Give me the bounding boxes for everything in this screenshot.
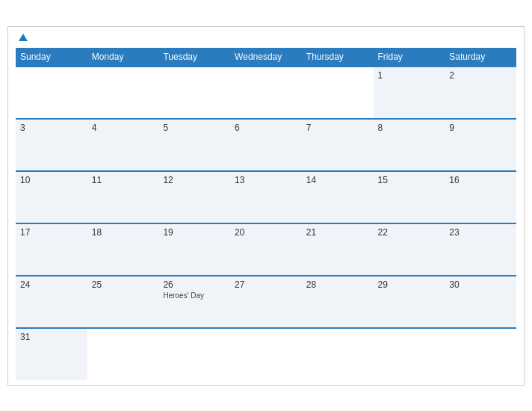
- day-cell: 13: [230, 171, 302, 223]
- day-cell: [87, 67, 159, 119]
- calendar-container: SundayMondayTuesdayWednesdayThursdayFrid…: [7, 26, 525, 386]
- day-cell: [230, 67, 302, 119]
- day-cell: [230, 328, 302, 380]
- day-cell: 25: [87, 276, 159, 328]
- day-number: 11: [92, 175, 155, 185]
- day-cell: 23: [445, 223, 516, 276]
- weekday-header-saturday: Saturday: [445, 48, 516, 67]
- weekday-header-monday: Monday: [87, 48, 159, 67]
- day-cell: [302, 67, 374, 119]
- logo-triangle-icon: [19, 34, 28, 41]
- day-cell: 1: [374, 67, 445, 119]
- day-number: 18: [92, 227, 155, 238]
- day-number: 14: [306, 175, 369, 185]
- day-cell: 29: [374, 276, 445, 328]
- day-number: 13: [235, 175, 297, 185]
- calendar-table: SundayMondayTuesdayWednesdayThursdayFrid…: [16, 48, 516, 380]
- weekday-header-tuesday: Tuesday: [158, 48, 230, 67]
- day-number: 31: [20, 332, 83, 342]
- day-cell: [374, 328, 445, 380]
- day-cell: 30: [445, 276, 516, 328]
- day-number: 9: [449, 123, 512, 133]
- day-number: 3: [20, 123, 83, 133]
- day-cell: 11: [87, 171, 159, 223]
- day-number: 1: [378, 70, 441, 81]
- day-cell: 27: [230, 276, 302, 328]
- day-cell: 28: [302, 276, 374, 328]
- day-cell: 15: [374, 171, 445, 223]
- day-number: 28: [306, 279, 369, 290]
- day-cell: 22: [374, 223, 445, 276]
- day-cell: 18: [87, 223, 159, 276]
- day-number: 23: [449, 227, 512, 238]
- day-number: 5: [163, 123, 226, 133]
- day-cell: 16: [445, 171, 516, 223]
- day-number: 20: [235, 227, 297, 238]
- day-cell: 9: [445, 119, 516, 171]
- logo: [17, 34, 28, 42]
- day-number: 30: [449, 279, 512, 290]
- day-number: 7: [306, 123, 369, 133]
- day-number: 15: [378, 175, 441, 185]
- day-cell: 17: [16, 223, 87, 276]
- day-number: 8: [378, 123, 441, 133]
- day-cell: 6: [230, 119, 302, 171]
- day-cell: 4: [87, 119, 159, 171]
- day-number: 29: [378, 279, 441, 290]
- day-number: 12: [163, 175, 226, 185]
- day-number: 24: [20, 279, 83, 290]
- day-cell: 8: [374, 119, 445, 171]
- day-number: 2: [449, 70, 512, 81]
- day-cell: 31: [16, 328, 87, 380]
- day-cell: 3: [16, 119, 87, 171]
- week-row-2: 10111213141516: [16, 171, 516, 223]
- day-number: 10: [20, 175, 83, 185]
- day-number: 4: [92, 123, 155, 133]
- day-cell: 2: [445, 67, 516, 119]
- day-cell: [302, 328, 374, 380]
- day-cell: 10: [16, 171, 87, 223]
- weekday-header-wednesday: Wednesday: [230, 48, 302, 67]
- day-number: 21: [306, 227, 369, 238]
- weekday-header-friday: Friday: [374, 48, 445, 67]
- day-cell: [158, 328, 230, 380]
- week-row-3: 17181920212223: [16, 223, 516, 276]
- day-number: 6: [235, 123, 297, 133]
- weekday-header-row: SundayMondayTuesdayWednesdayThursdayFrid…: [16, 48, 516, 67]
- day-cell: 20: [230, 223, 302, 276]
- day-cell: 26Heroes' Day: [158, 276, 230, 328]
- day-cell: [16, 67, 87, 119]
- day-cell: 21: [302, 223, 374, 276]
- day-cell: 14: [302, 171, 374, 223]
- weekday-header-thursday: Thursday: [302, 48, 374, 67]
- week-row-4: 242526Heroes' Day27282930: [16, 276, 516, 328]
- day-cell: 7: [302, 119, 374, 171]
- calendar-header: [16, 34, 516, 42]
- weekday-header-sunday: Sunday: [16, 48, 87, 67]
- day-cell: 24: [16, 276, 87, 328]
- day-cell: 12: [158, 171, 230, 223]
- day-number: 25: [92, 279, 155, 290]
- day-number: 17: [20, 227, 83, 238]
- day-number: 22: [378, 227, 441, 238]
- day-number: 27: [235, 279, 297, 290]
- day-event-label: Heroes' Day: [163, 291, 226, 300]
- day-cell: [158, 67, 230, 119]
- week-row-0: 12: [16, 67, 516, 119]
- week-row-5: 31: [16, 328, 516, 380]
- day-number: 16: [449, 175, 512, 185]
- day-cell: 19: [158, 223, 230, 276]
- day-cell: [445, 328, 516, 380]
- day-cell: [87, 328, 159, 380]
- day-number: 26: [163, 279, 226, 290]
- day-cell: 5: [158, 119, 230, 171]
- week-row-1: 3456789: [16, 119, 516, 171]
- day-number: 19: [163, 227, 226, 238]
